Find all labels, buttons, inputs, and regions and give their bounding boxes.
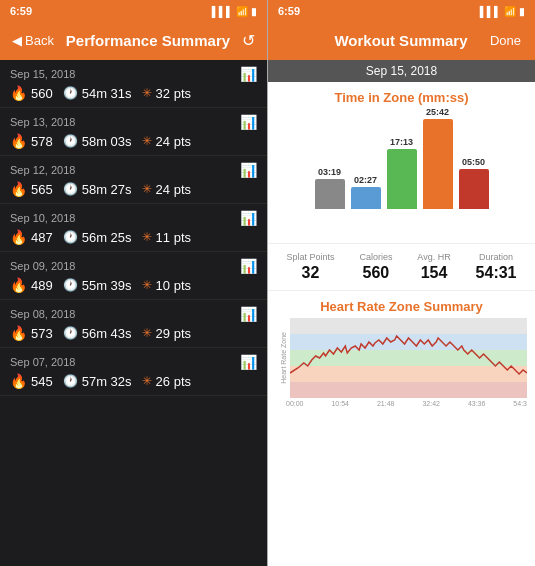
workout-calories: 487 bbox=[31, 230, 53, 245]
done-button[interactable]: Done bbox=[490, 33, 521, 48]
hr-x-label: 54:3 bbox=[513, 400, 527, 407]
stat-item: Splat Points 32 bbox=[286, 252, 334, 282]
workout-date: Sep 07, 2018 bbox=[10, 356, 75, 368]
workout-item[interactable]: Sep 10, 2018 📊 🔥 487 🕐 56m 25s ✳ 11 pts bbox=[0, 204, 267, 252]
bar-label-top: 17:13 bbox=[390, 137, 413, 147]
clock-icon: 🕐 bbox=[63, 230, 78, 244]
battery-icon-r: ▮ bbox=[519, 6, 525, 17]
stat-value: 32 bbox=[302, 264, 320, 282]
bar-chart-area: 03:19 02:27 17:13 25:42 05:50 bbox=[268, 109, 535, 239]
splat-icon: ✳ bbox=[142, 230, 152, 244]
bar-column: 03:19 bbox=[315, 167, 345, 209]
flame-icon: 🔥 bbox=[10, 325, 27, 341]
workout-pts: 10 pts bbox=[156, 278, 191, 293]
clock-icon: 🕐 bbox=[63, 86, 78, 100]
workout-date: Sep 10, 2018 bbox=[10, 212, 75, 224]
clock-icon: 🕐 bbox=[63, 374, 78, 388]
stat-value: 560 bbox=[363, 264, 390, 282]
splat-icon: ✳ bbox=[142, 278, 152, 292]
stats-row: Splat Points 32 Calories 560 Avg. HR 154… bbox=[268, 243, 535, 291]
workout-item[interactable]: Sep 08, 2018 📊 🔥 573 🕐 56m 43s ✳ 29 pts bbox=[0, 300, 267, 348]
back-button[interactable]: ◀ Back bbox=[12, 33, 54, 48]
workout-duration: 54m 31s bbox=[82, 86, 132, 101]
bar-label-top: 02:27 bbox=[354, 175, 377, 185]
stat-label: Splat Points bbox=[286, 252, 334, 262]
workout-detail: Sep 15, 2018 Time in Zone (mm:ss) 03:19 … bbox=[268, 60, 535, 566]
status-icons-right: ▌▌▌ 📶 ▮ bbox=[480, 6, 525, 17]
workout-calories: 578 bbox=[31, 134, 53, 149]
wifi-icon-r: 📶 bbox=[504, 6, 516, 17]
flame-icon: 🔥 bbox=[10, 181, 27, 197]
bar-column: 25:42 bbox=[423, 107, 453, 209]
signal-icon-r: ▌▌▌ bbox=[480, 6, 501, 17]
hr-y-axis-label: Heart Rate Zone bbox=[280, 332, 287, 384]
bar bbox=[387, 149, 417, 209]
nav-title-right: Workout Summary bbox=[334, 32, 467, 49]
hr-x-label: 32:42 bbox=[422, 400, 440, 407]
workout-date: Sep 15, 2018 bbox=[10, 68, 75, 80]
hr-line-chart bbox=[290, 318, 527, 398]
workout-duration: 56m 43s bbox=[82, 326, 132, 341]
workout-calories: 573 bbox=[31, 326, 53, 341]
flame-icon: 🔥 bbox=[10, 229, 27, 245]
share-icon[interactable]: 📊 bbox=[240, 354, 257, 370]
share-icon[interactable]: 📊 bbox=[240, 258, 257, 274]
flame-icon: 🔥 bbox=[10, 85, 27, 101]
workout-duration: 56m 25s bbox=[82, 230, 132, 245]
bar bbox=[315, 179, 345, 209]
workout-item[interactable]: Sep 12, 2018 📊 🔥 565 🕐 58m 27s ✳ 24 pts bbox=[0, 156, 267, 204]
hr-chart-inner bbox=[290, 318, 527, 398]
share-icon[interactable]: 📊 bbox=[240, 66, 257, 82]
workout-item[interactable]: Sep 13, 2018 📊 🔥 578 🕐 58m 03s ✳ 24 pts bbox=[0, 108, 267, 156]
detail-date: Sep 15, 2018 bbox=[268, 60, 535, 82]
flame-icon: 🔥 bbox=[10, 373, 27, 389]
bar-column: 17:13 bbox=[387, 137, 417, 209]
share-icon[interactable]: 📊 bbox=[240, 306, 257, 322]
workout-pts: 29 pts bbox=[156, 326, 191, 341]
bar bbox=[459, 169, 489, 209]
workout-date: Sep 12, 2018 bbox=[10, 164, 75, 176]
bar bbox=[423, 119, 453, 209]
battery-icon: ▮ bbox=[251, 6, 257, 17]
hr-x-label: 43:36 bbox=[468, 400, 486, 407]
workout-item[interactable]: Sep 15, 2018 📊 🔥 560 🕐 54m 31s ✳ 32 pts bbox=[0, 60, 267, 108]
share-icon[interactable]: 📊 bbox=[240, 210, 257, 226]
signal-icon: ▌▌▌ bbox=[212, 6, 233, 17]
splat-icon: ✳ bbox=[142, 134, 152, 148]
workout-calories: 565 bbox=[31, 182, 53, 197]
stat-item: Avg. HR 154 bbox=[417, 252, 450, 282]
status-bar-left: 6:59 ▌▌▌ 📶 ▮ bbox=[0, 0, 267, 20]
share-icon[interactable]: 📊 bbox=[240, 162, 257, 178]
workout-pts: 26 pts bbox=[156, 374, 191, 389]
hr-x-label: 00:00 bbox=[286, 400, 304, 407]
stat-label: Duration bbox=[479, 252, 513, 262]
bar-label-top: 25:42 bbox=[426, 107, 449, 117]
back-chevron-icon: ◀ bbox=[12, 33, 22, 48]
phone-left: 6:59 ▌▌▌ 📶 ▮ ◀ Back Performance Summary … bbox=[0, 0, 268, 566]
hr-title: Heart Rate Zone Summary bbox=[268, 299, 535, 314]
bar-column: 02:27 bbox=[351, 175, 381, 209]
stat-label: Avg. HR bbox=[417, 252, 450, 262]
flame-icon: 🔥 bbox=[10, 133, 27, 149]
time-left: 6:59 bbox=[10, 5, 32, 17]
bar-label-top: 05:50 bbox=[462, 157, 485, 167]
share-icon[interactable]: 📊 bbox=[240, 114, 257, 130]
clock-icon: 🕐 bbox=[63, 278, 78, 292]
nav-bar-left: ◀ Back Performance Summary ↺ bbox=[0, 20, 267, 60]
workout-calories: 489 bbox=[31, 278, 53, 293]
workout-list: Sep 15, 2018 📊 🔥 560 🕐 54m 31s ✳ 32 pts … bbox=[0, 60, 267, 566]
clock-icon: 🕐 bbox=[63, 326, 78, 340]
hr-x-label: 21:48 bbox=[377, 400, 395, 407]
back-label: Back bbox=[25, 33, 54, 48]
stat-value: 154 bbox=[421, 264, 448, 282]
workout-date: Sep 09, 2018 bbox=[10, 260, 75, 272]
workout-item[interactable]: Sep 07, 2018 📊 🔥 545 🕐 57m 32s ✳ 26 pts bbox=[0, 348, 267, 396]
workout-pts: 32 pts bbox=[156, 86, 191, 101]
hr-chart-area: Heart Rate Zone 00:001 bbox=[268, 318, 535, 428]
status-bar-right: 6:59 ▌▌▌ 📶 ▮ bbox=[268, 0, 535, 20]
workout-item[interactable]: Sep 09, 2018 📊 🔥 489 🕐 55m 39s ✳ 10 pts bbox=[0, 252, 267, 300]
splat-icon: ✳ bbox=[142, 326, 152, 340]
refresh-icon[interactable]: ↺ bbox=[242, 31, 255, 50]
workout-duration: 55m 39s bbox=[82, 278, 132, 293]
workout-pts: 24 pts bbox=[156, 134, 191, 149]
